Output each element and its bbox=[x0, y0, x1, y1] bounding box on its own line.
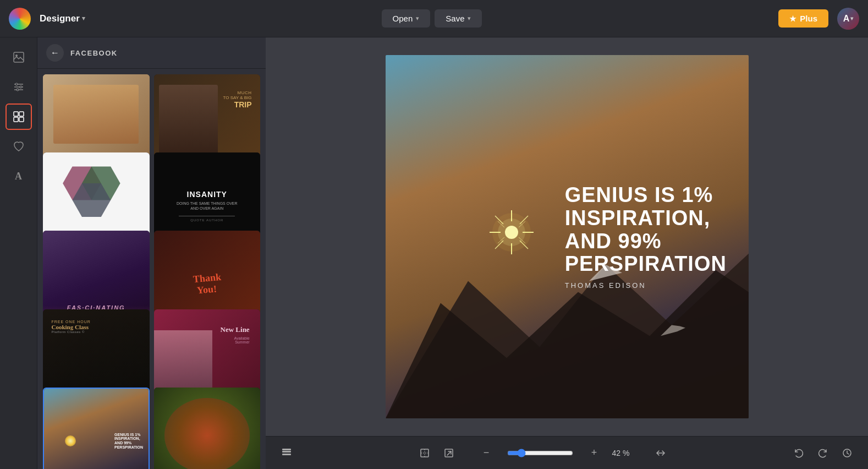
sidebar-icon-favorites[interactable] bbox=[6, 133, 32, 160]
svg-rect-10 bbox=[14, 117, 18, 122]
svg-line-41 bbox=[447, 451, 451, 455]
open-chevron: ▾ bbox=[416, 15, 419, 22]
canvas-container: GENIUS IS 1% INSPIRATION, AND 99% PERSPI… bbox=[266, 37, 868, 436]
resize-button[interactable] bbox=[651, 443, 671, 463]
history-button[interactable] bbox=[837, 443, 857, 463]
app-name-chevron: ▾ bbox=[82, 15, 85, 22]
back-icon: ← bbox=[51, 48, 59, 58]
plus-label: Plus bbox=[800, 14, 817, 23]
svg-point-33 bbox=[492, 213, 531, 252]
svg-point-7 bbox=[17, 89, 19, 91]
redo-button[interactable] bbox=[813, 443, 833, 463]
app-name[interactable]: Designer ▾ bbox=[40, 13, 85, 24]
svg-rect-34 bbox=[282, 451, 291, 452]
svg-rect-37 bbox=[421, 449, 428, 457]
zoom-value: 42 % bbox=[608, 449, 633, 457]
undo-button[interactable] bbox=[789, 443, 809, 463]
open-label: Open bbox=[393, 14, 413, 23]
canvas-quote-line1: GENIUS IS 1% bbox=[565, 184, 727, 207]
icon-sidebar: A bbox=[0, 37, 37, 469]
templates-panel: ← FACEBOOK SEXY SUMMER 2015 JULY 24 & 25 bbox=[37, 37, 266, 469]
plus-button[interactable]: ★ Plus bbox=[778, 9, 828, 28]
sidebar-icon-text[interactable]: A bbox=[6, 163, 32, 189]
sun-burst-icon bbox=[487, 208, 536, 257]
header: Designer ▾ Open ▾ Save ▾ ★ Plus A ▾ bbox=[0, 0, 868, 37]
canvas[interactable]: GENIUS IS 1% INSPIRATION, AND 99% PERSPI… bbox=[386, 55, 749, 418]
sidebar-icon-templates[interactable] bbox=[6, 103, 32, 130]
svg-rect-36 bbox=[282, 449, 291, 450]
panel-back-button[interactable]: ← bbox=[46, 44, 64, 62]
zoom-slider[interactable] bbox=[507, 449, 573, 457]
svg-rect-9 bbox=[19, 112, 24, 116]
svg-rect-8 bbox=[14, 112, 18, 116]
panel-header: ← FACEBOOK bbox=[37, 37, 266, 69]
open-button[interactable]: Open ▾ bbox=[382, 9, 431, 28]
zoom-slider-wrapper bbox=[507, 449, 573, 457]
save-button[interactable]: Save ▾ bbox=[435, 9, 482, 28]
star-icon: ★ bbox=[789, 14, 796, 23]
canvas-quote-line4: PERSPIRATION bbox=[565, 253, 727, 276]
avatar-chevron: ▾ bbox=[850, 15, 853, 21]
svg-rect-11 bbox=[19, 117, 24, 122]
panel-title: FACEBOOK bbox=[70, 49, 118, 57]
canvas-quote: GENIUS IS 1% INSPIRATION, AND 99% PERSPI… bbox=[565, 184, 727, 290]
sidebar-icon-filter[interactable] bbox=[6, 74, 32, 100]
svg-point-5 bbox=[15, 83, 18, 85]
canvas-quote-line2: INSPIRATION, bbox=[565, 207, 727, 230]
save-chevron: ▾ bbox=[468, 15, 471, 22]
templates-grid: SEXY SUMMER 2015 JULY 24 & 25 MUCH TO SA… bbox=[37, 69, 266, 469]
zoom-out-button[interactable]: − bbox=[476, 443, 496, 463]
svg-rect-0 bbox=[14, 52, 24, 62]
zoom-in-button[interactable]: + bbox=[584, 443, 604, 463]
save-label: Save bbox=[446, 14, 464, 23]
avatar-initial: A bbox=[843, 14, 850, 24]
template-card-inspiration[interactable]: GENIUS IS 1%INSPIRATION,AND 99%PERSPIRAT… bbox=[43, 388, 150, 469]
svg-point-6 bbox=[20, 86, 22, 88]
canvas-quote-line3: AND 99% bbox=[565, 230, 727, 253]
sidebar-icon-image[interactable] bbox=[6, 44, 32, 70]
avatar[interactable]: A ▾ bbox=[837, 8, 859, 30]
svg-marker-16 bbox=[386, 270, 749, 418]
bottom-toolbar: − + 42 % bbox=[266, 436, 868, 469]
crop-button[interactable] bbox=[415, 443, 435, 463]
app-logo bbox=[9, 8, 31, 30]
canvas-attribution: THOMAS EDISON bbox=[565, 281, 727, 290]
template-card-gardening[interactable]: Gardening Workshop bbox=[154, 388, 261, 469]
layers-button[interactable] bbox=[277, 443, 296, 463]
canvas-area: GENIUS IS 1% INSPIRATION, AND 99% PERSPI… bbox=[266, 37, 868, 469]
export-button[interactable] bbox=[439, 443, 459, 463]
main-content: A ← FACEBOOK SEXY SUMMER 2015 JULY 24 & … bbox=[0, 37, 868, 469]
app-name-label: Designer bbox=[40, 13, 80, 24]
svg-rect-35 bbox=[282, 454, 291, 455]
